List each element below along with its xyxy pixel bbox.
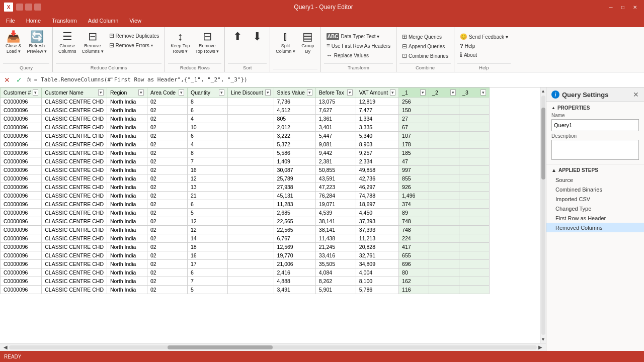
send-feedback-button[interactable]: 😊 Send Feedback ▾ <box>457 32 511 41</box>
table-cell: 9,257 <box>356 149 398 157</box>
table-cell <box>459 268 490 277</box>
ribbon-group-help: 😊 Send Feedback ▾ ? Help ℹ About Help <box>454 27 514 72</box>
group-by-button[interactable]: ▤ GroupBy <box>298 29 317 56</box>
close-button[interactable]: ✕ <box>630 3 640 11</box>
filter-1[interactable]: ▾ <box>420 89 426 96</box>
table-cell: North India <box>107 166 147 174</box>
table-cell <box>227 277 274 286</box>
filter-3[interactable]: ▾ <box>480 89 486 96</box>
data-type-button[interactable]: ABC Data Type: Text ▾ <box>324 32 393 41</box>
merge-queries-button[interactable]: ⊞ Merge Queries <box>399 32 451 41</box>
filter-quantity[interactable]: ▾ <box>219 89 224 96</box>
remove-top-rows-button[interactable]: ⊟ RemoveTop Rows ▾ <box>193 29 221 56</box>
table-cell: C0000096 <box>1 217 42 226</box>
scroll-right-button[interactable]: ▶ <box>537 344 544 350</box>
col-header-before-tax: Before Tax ▾ <box>315 88 356 98</box>
help-button[interactable]: ? Help <box>457 42 511 50</box>
table-cell: CLASSIC CENTRE CHD <box>42 268 107 277</box>
table-cell: North India <box>107 277 147 286</box>
grid-scroll[interactable]: Customer # ▾ Customer Name ▾ <box>0 87 540 343</box>
table-cell: 7,627 <box>315 106 356 115</box>
combine-binaries-button[interactable]: ⊡ Combine Binaries <box>399 51 451 60</box>
table-cell: 13 <box>187 183 227 192</box>
menu-home[interactable]: Home <box>21 16 46 25</box>
filter-2[interactable]: ▾ <box>450 89 456 96</box>
about-button[interactable]: ℹ About <box>457 50 511 59</box>
replace-values-button[interactable]: ↔ Replace Values <box>324 51 393 60</box>
append-queries-button[interactable]: ⊟ Append Queries <box>399 42 451 51</box>
table-cell <box>227 260 274 268</box>
remove-duplicates-button[interactable]: ⊟ Remove Duplicates <box>107 31 162 40</box>
table-cell <box>459 123 490 132</box>
table-cell <box>459 149 490 157</box>
v-scroll-track[interactable] <box>541 96 545 335</box>
choose-columns-button[interactable]: ☰ ChooseColumns <box>56 29 79 56</box>
menu-file[interactable]: File <box>1 16 20 25</box>
step-settings-button[interactable]: ⚙ <box>627 176 632 183</box>
query-name-input[interactable] <box>551 119 639 131</box>
vertical-scrollbar[interactable]: ▲ ▼ <box>540 87 546 343</box>
split-column-button[interactable]: ⫿ SplitColumn ▾ <box>273 29 298 56</box>
table-cell: 2,416 <box>274 268 315 277</box>
minimize-button[interactable]: ─ <box>606 3 616 11</box>
table-cell: 67 <box>399 123 429 132</box>
table-cell: 116 <box>399 286 429 294</box>
formula-cancel-button[interactable]: ✕ <box>2 76 12 84</box>
filter-customer-num[interactable]: ▾ <box>33 89 38 96</box>
filter-customer-name[interactable]: ▾ <box>98 89 104 96</box>
h-scroll-track[interactable] <box>9 345 537 349</box>
refresh-preview-button[interactable]: 🔄 RefreshPreview ▾ <box>25 29 50 56</box>
close-load-button[interactable]: 📥 Close &Load ▾ <box>3 29 24 56</box>
table-cell: 7,477 <box>356 106 398 115</box>
scroll-down-button[interactable]: ▼ <box>541 336 545 343</box>
filter-sales-value[interactable]: ▾ <box>307 89 312 96</box>
table-cell: 4,539 <box>315 209 356 217</box>
filter-vat-amount[interactable]: ▾ <box>390 89 395 96</box>
menu-transform[interactable]: Transform <box>47 16 82 25</box>
applied-step-item[interactable]: Changed Type✕ <box>546 204 644 213</box>
query-description-input[interactable] <box>551 140 639 160</box>
table-cell: 107 <box>399 132 429 140</box>
filter-before-tax[interactable]: ▾ <box>347 89 353 96</box>
table-row: C0000096CLASSIC CENTRE CHDNorth India025… <box>1 286 490 294</box>
table-cell: 22,565 <box>274 217 315 226</box>
formula-confirm-button[interactable]: ✓ <box>14 76 24 84</box>
applied-step-item[interactable]: Removed Columns✕ <box>546 223 644 232</box>
table-cell: CLASSIC CENTRE CHD <box>42 149 107 157</box>
remove-columns-button[interactable]: ⊟ RemoveColumns ▾ <box>79 29 106 56</box>
formula-input[interactable] <box>34 74 642 86</box>
applied-step-item[interactable]: Source⚙✕ <box>546 175 644 185</box>
ribbon-group-sort: ⬆ ⬇ Sort <box>225 27 270 72</box>
scroll-left-button[interactable]: ◀ <box>2 344 9 350</box>
sort-asc-button[interactable]: ⬆ <box>228 29 247 45</box>
table-cell: 7,736 <box>274 98 315 106</box>
remove-errors-button[interactable]: ⊟ Remove Errors ▾ <box>107 41 162 50</box>
filter-region[interactable]: ▾ <box>138 89 144 96</box>
step-delete-button[interactable]: ✕ <box>634 196 639 202</box>
window-controls[interactable]: ─ □ ✕ <box>606 3 640 11</box>
step-delete-button[interactable]: ✕ <box>634 224 639 231</box>
h-scroll-thumb[interactable] <box>168 345 273 349</box>
table-cell: 02 <box>147 192 187 200</box>
step-delete-button[interactable]: ✕ <box>634 186 639 193</box>
v-scroll-thumb[interactable] <box>541 108 545 179</box>
table-cell: CLASSIC CENTRE CHD <box>42 98 107 106</box>
step-delete-button[interactable]: ✕ <box>634 215 639 221</box>
menu-add-column[interactable]: Add Column <box>83 16 124 25</box>
query-settings-close-button[interactable]: ✕ <box>633 90 639 99</box>
filter-area-code[interactable]: ▾ <box>179 89 184 96</box>
step-delete-button[interactable]: ✕ <box>634 176 639 183</box>
applied-step-item[interactable]: First Row as Header✕ <box>546 213 644 223</box>
maximize-button[interactable]: □ <box>618 3 628 11</box>
step-delete-button[interactable]: ✕ <box>634 205 639 212</box>
horizontal-scrollbar[interactable]: ◀ ▶ <box>0 343 546 351</box>
applied-step-item[interactable]: Combined Binaries✕ <box>546 185 644 194</box>
keep-top-rows-button[interactable]: ↕ Keep TopRows ▾ <box>168 29 192 56</box>
table-cell: 27 <box>399 115 429 123</box>
use-first-row-button[interactable]: ≡ Use First Row As Headers <box>324 41 393 50</box>
scroll-up-button[interactable]: ▲ <box>541 87 545 95</box>
applied-step-item[interactable]: Imported CSV✕ <box>546 194 644 204</box>
filter-line-discount[interactable]: ▾ <box>265 89 271 96</box>
menu-view[interactable]: View <box>124 16 146 25</box>
sort-desc-button[interactable]: ⬇ <box>248 29 267 45</box>
